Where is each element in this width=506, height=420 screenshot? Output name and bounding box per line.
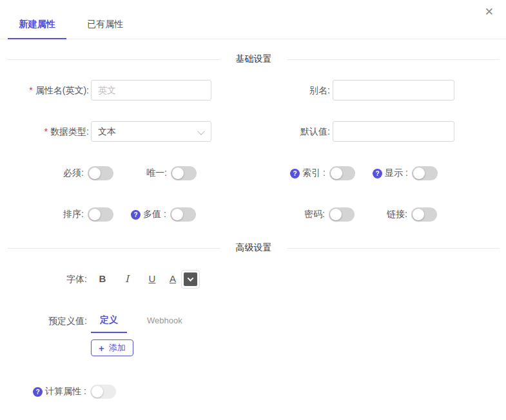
password-toggle-group: 密码:: [304, 207, 355, 222]
default-value-input[interactable]: [333, 121, 454, 142]
help-icon[interactable]: ?: [33, 387, 43, 397]
link-toggle-label: 链接:: [387, 209, 407, 220]
font-label: 字体:: [0, 269, 87, 289]
attr-name-input[interactable]: [91, 80, 211, 100]
font-color-button[interactable]: A: [168, 269, 178, 289]
sort-toggle-group: 排序:: [63, 207, 113, 222]
add-button[interactable]: + 添加: [91, 339, 133, 356]
index-toggle-group: ? 索引 :: [290, 166, 355, 180]
link-toggle-group: 链接:: [387, 207, 437, 222]
display-toggle[interactable]: [412, 166, 438, 180]
index-toggle-label: 索引 :: [302, 167, 326, 179]
required-toggle[interactable]: [88, 166, 113, 180]
subtab-define[interactable]: 定义: [91, 314, 127, 333]
italic-button[interactable]: I: [122, 269, 131, 289]
predefined-subtabs: 定义 Webhook: [91, 314, 182, 333]
help-icon[interactable]: ?: [290, 169, 300, 178]
divider-line: [287, 248, 500, 249]
display-toggle-group: ? 显示 :: [373, 166, 438, 180]
font-color-dropdown[interactable]: [181, 270, 200, 289]
plus-icon: +: [99, 343, 104, 353]
password-toggle-label: 密码:: [304, 209, 325, 220]
unique-toggle[interactable]: [171, 166, 197, 180]
alias-input[interactable]: [333, 80, 454, 100]
index-toggle[interactable]: [329, 166, 355, 180]
required-mark: *: [29, 85, 32, 95]
help-icon[interactable]: ?: [131, 210, 141, 220]
multi-value-toggle[interactable]: [170, 207, 196, 222]
bold-button[interactable]: B: [97, 269, 108, 289]
display-toggle-label: 显示 :: [385, 167, 408, 179]
unique-toggle-label: 唯一:: [146, 167, 167, 179]
divider-line: [8, 248, 220, 249]
chevron-down-icon: [197, 128, 204, 135]
attr-name-label: *属性名(英文):: [0, 80, 89, 100]
advanced-settings-title: 高级设置: [220, 242, 287, 254]
computed-attribute-group: ? 计算属性 :: [33, 385, 116, 399]
basic-settings-title: 基础设置: [220, 53, 287, 65]
link-toggle[interactable]: [411, 207, 437, 222]
computed-attribute-label: 计算属性 :: [45, 386, 86, 397]
password-toggle[interactable]: [329, 207, 355, 222]
underline-button[interactable]: U: [147, 269, 157, 289]
subtab-webhook[interactable]: Webhook: [147, 314, 182, 325]
required-toggle-label: 必须:: [63, 167, 84, 179]
dialog-tabbar: 新建属性 已有属性: [0, 0, 506, 39]
divider-line: [287, 59, 500, 60]
data-type-select[interactable]: 文本: [91, 121, 211, 142]
unique-toggle-group: 唯一:: [146, 166, 197, 180]
required-mark: *: [44, 126, 48, 137]
new-attribute-dialog: ✕ 新建属性 已有属性 基础设置 *属性名(英文): 别名: *数据类型: 文本…: [0, 0, 506, 420]
tab-new-attribute[interactable]: 新建属性: [8, 19, 66, 39]
data-type-selected-value: 文本: [98, 126, 116, 137]
chevron-down-icon: [188, 275, 194, 282]
default-value-label: 默认值:: [266, 121, 330, 142]
tab-existing-attribute[interactable]: 已有属性: [87, 19, 123, 39]
alias-label: 别名:: [266, 80, 330, 100]
help-icon[interactable]: ?: [373, 169, 382, 178]
multi-value-toggle-group: ? 多值 :: [131, 207, 196, 222]
sort-toggle-label: 排序:: [63, 209, 84, 220]
sort-toggle[interactable]: [88, 207, 113, 222]
add-button-label: 添加: [109, 342, 126, 354]
divider-line: [8, 59, 220, 60]
basic-settings-divider: 基础设置: [8, 54, 500, 64]
data-type-label: *数据类型:: [0, 121, 89, 142]
computed-attribute-toggle[interactable]: [90, 385, 116, 399]
multi-value-toggle-label: 多值 :: [143, 209, 166, 220]
required-toggle-group: 必须:: [63, 166, 113, 180]
predefined-value-label: 预定义值:: [0, 314, 87, 327]
advanced-settings-divider: 高级设置: [8, 243, 500, 253]
color-swatch: [184, 272, 197, 286]
